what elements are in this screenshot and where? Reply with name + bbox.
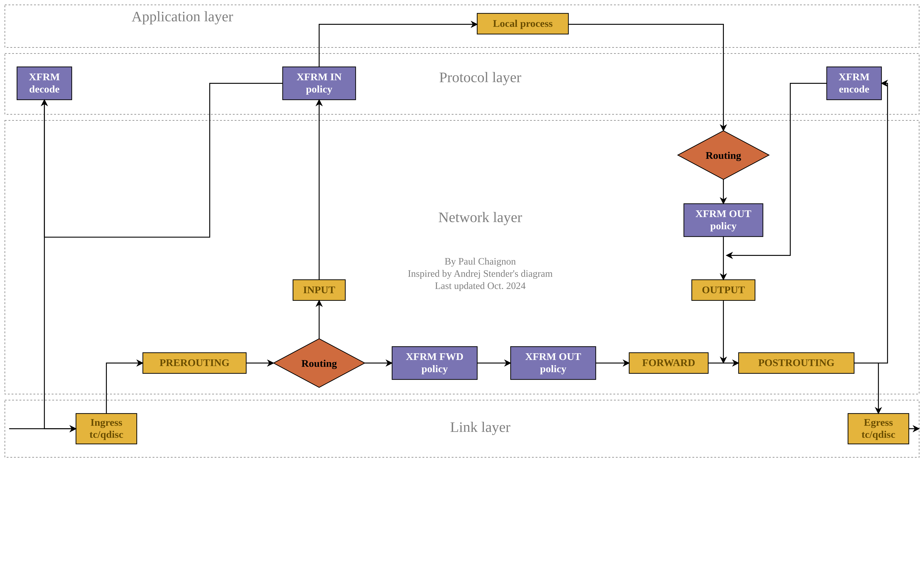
protocol-layer-label: Protocol layer <box>439 69 521 85</box>
svg-text:POSTROUTING: POSTROUTING <box>758 357 835 368</box>
svg-text:Ingress: Ingress <box>91 417 122 428</box>
edge-ingress-to-prerouting <box>106 363 143 414</box>
xfrm-decode-node: XFRM decode <box>17 67 72 100</box>
ingress-tc-qdisc-node: Ingress tc/qdisc <box>76 414 137 444</box>
packet-flow-diagram: Application layer Protocol layer Network… <box>0 0 924 462</box>
svg-text:XFRM: XFRM <box>29 71 60 83</box>
edge-xfrmin-to-localprocess <box>319 25 477 67</box>
svg-text:XFRM OUT: XFRM OUT <box>695 208 751 219</box>
output-node: OUTPUT <box>692 280 755 300</box>
credit-line-1: By Paul Chaignon <box>445 256 516 266</box>
svg-text:decode: decode <box>29 83 60 95</box>
svg-text:INPUT: INPUT <box>303 284 335 295</box>
xfrm-out-policy-top-node: XFRM OUT policy <box>684 204 763 237</box>
routing-bottom-node: Routing <box>274 339 365 387</box>
egress-tc-qdisc-node: Egress tc/qdisc <box>848 414 909 444</box>
edge-postrouting-to-xfrmencode <box>854 83 888 363</box>
prerouting-node: PREROUTING <box>143 353 246 374</box>
svg-text:XFRM FWD: XFRM FWD <box>406 351 464 362</box>
xfrm-out-policy-bottom-node: XFRM OUT policy <box>511 347 596 379</box>
svg-text:Egress: Egress <box>864 417 893 428</box>
application-layer-label: Application layer <box>132 8 233 25</box>
xfrm-encode-node: XFRM encode <box>827 67 881 100</box>
routing-top-node: Routing <box>678 131 769 179</box>
local-process-node: Local process <box>477 13 568 34</box>
svg-text:policy: policy <box>306 83 332 95</box>
svg-text:XFRM OUT: XFRM OUT <box>525 351 581 362</box>
svg-text:XFRM: XFRM <box>839 71 870 83</box>
link-layer-label: Link layer <box>450 419 510 435</box>
input-node: INPUT <box>293 280 345 300</box>
svg-text:encode: encode <box>839 83 869 95</box>
svg-text:policy: policy <box>540 363 566 374</box>
edge-localprocess-to-routingtop <box>568 25 723 131</box>
svg-text:Local process: Local process <box>493 18 553 29</box>
xfrm-in-policy-node: XFRM IN policy <box>283 67 356 100</box>
network-layer-label: Network layer <box>438 209 522 225</box>
forward-node: FORWARD <box>629 353 708 374</box>
edge-xfrmdecode-to-ingress <box>45 100 76 429</box>
svg-text:XFRM IN: XFRM IN <box>297 71 342 83</box>
edge-xfrmin-to-xfrmdecode <box>45 83 282 237</box>
svg-text:PREROUTING: PREROUTING <box>160 357 229 368</box>
credit-line-2: Inspired by Andrej Stender's diagram <box>408 268 553 279</box>
svg-text:tc/qdisc: tc/qdisc <box>89 428 123 440</box>
svg-text:Routing: Routing <box>301 357 337 369</box>
svg-text:FORWARD: FORWARD <box>642 357 695 368</box>
postrouting-node: POSTROUTING <box>739 353 854 374</box>
svg-text:Routing: Routing <box>706 150 741 161</box>
xfrm-fwd-policy-node: XFRM FWD policy <box>392 347 477 379</box>
svg-text:tc/qdisc: tc/qdisc <box>861 428 895 440</box>
credit-line-3: Last updated Oct. 2024 <box>435 280 526 291</box>
svg-text:OUTPUT: OUTPUT <box>702 284 745 295</box>
svg-text:policy: policy <box>422 363 448 374</box>
svg-text:policy: policy <box>710 220 737 232</box>
